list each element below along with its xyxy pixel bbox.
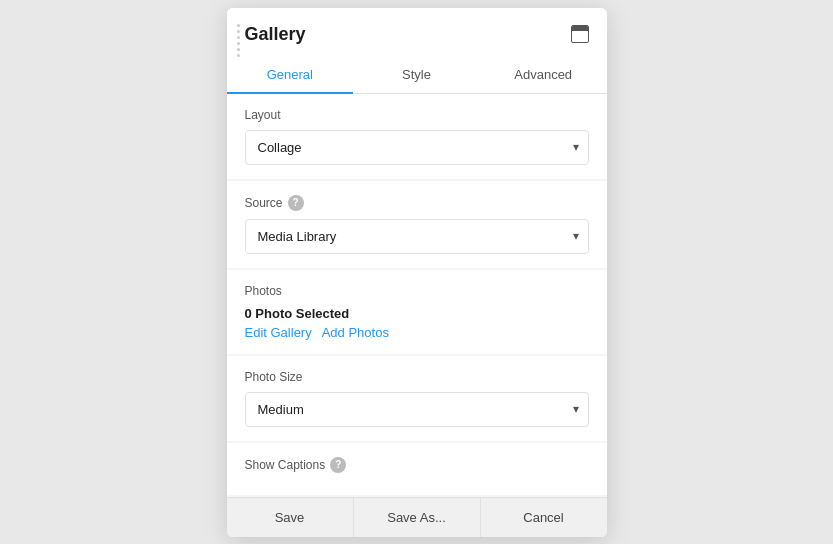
add-photos-link[interactable]: Add Photos [322, 325, 389, 340]
source-select[interactable]: Media Library Custom URL [245, 219, 589, 254]
photo-size-select-wrapper: Thumbnail Medium Large Full Size ▾ [245, 392, 589, 427]
source-section: Source ? Media Library Custom URL ▾ [227, 181, 607, 268]
tab-general[interactable]: General [227, 57, 354, 94]
source-help-icon[interactable]: ? [288, 195, 304, 211]
dialog-body: Layout Collage Thumbnails Slideshow Tile… [227, 94, 607, 497]
photo-size-section: Photo Size Thumbnail Medium Large Full S… [227, 356, 607, 441]
tab-style[interactable]: Style [353, 57, 480, 94]
photo-size-label: Photo Size [245, 370, 589, 384]
photo-size-select[interactable]: Thumbnail Medium Large Full Size [245, 392, 589, 427]
cancel-button[interactable]: Cancel [481, 498, 607, 537]
source-label: Source ? [245, 195, 589, 211]
edit-gallery-link[interactable]: Edit Gallery [245, 325, 312, 340]
photos-count: 0 Photo Selected [245, 306, 589, 321]
dialog-header: Gallery [227, 8, 607, 45]
save-button[interactable]: Save [227, 498, 354, 537]
tab-bar: General Style Advanced [227, 57, 607, 94]
gallery-dialog: Gallery General Style Advanced Layout Co… [227, 8, 607, 537]
captions-help-icon[interactable]: ? [330, 457, 346, 473]
layout-select-wrapper: Collage Thumbnails Slideshow Tiled Mosai… [245, 130, 589, 165]
save-as-button[interactable]: Save As... [354, 498, 481, 537]
layout-select[interactable]: Collage Thumbnails Slideshow Tiled Mosai… [245, 130, 589, 165]
tab-advanced[interactable]: Advanced [480, 57, 607, 94]
layout-section: Layout Collage Thumbnails Slideshow Tile… [227, 94, 607, 179]
dialog-title: Gallery [245, 24, 306, 45]
drag-handle [237, 24, 240, 57]
photos-label: Photos [245, 284, 589, 298]
photos-section: Photos 0 Photo Selected Edit Gallery Add… [227, 270, 607, 354]
layout-label: Layout [245, 108, 589, 122]
photos-actions: Edit Gallery Add Photos [245, 325, 589, 340]
window-maximize-icon[interactable] [571, 25, 589, 43]
source-select-wrapper: Media Library Custom URL ▾ [245, 219, 589, 254]
dialog-footer: Save Save As... Cancel [227, 497, 607, 537]
show-captions-section: Show Captions ? [227, 443, 607, 495]
show-captions-label: Show Captions ? [245, 457, 589, 473]
